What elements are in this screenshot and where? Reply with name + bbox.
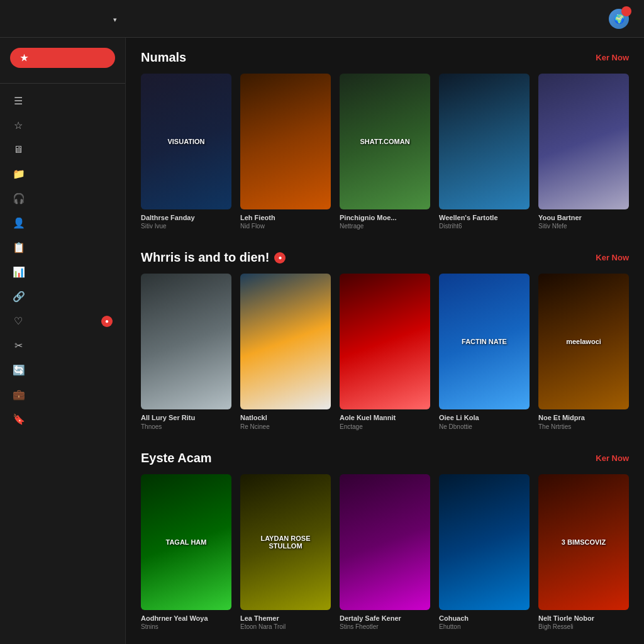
see-now-button[interactable]: Ker Now — [596, 253, 629, 262]
movie-card[interactable]: TAGAL HAM Aodhrner Yeal Woya Stnins — [141, 474, 231, 631]
movie-card[interactable]: Weellen's Fartotle Distriht6 — [439, 74, 530, 230]
movie-poster — [240, 274, 331, 409]
see-now-button[interactable]: Ker Now — [596, 453, 629, 463]
movie-subtitle: Stnins — [141, 623, 231, 631]
movie-subtitle: Nettrage — [340, 222, 430, 230]
movie-card[interactable]: VISUATION Dalthrse Fanday Sitiv Ivue — [141, 74, 231, 230]
movie-card[interactable]: Leh Fieoth Nid Flow — [240, 74, 331, 230]
sidebar-item-fretoler[interactable]: ☆ — [0, 113, 125, 138]
movie-title: Noe Et Midpra — [538, 413, 629, 422]
poster-text: meelawoci — [543, 338, 625, 345]
sidebar-divider — [0, 83, 125, 84]
movie-subtitle: Re Ncinee — [240, 423, 331, 431]
sidebar-item-beolls[interactable]: 📊 — [0, 260, 125, 284]
sidebar-item-doms[interactable]: 📁 — [0, 162, 125, 186]
star-icon: ★ — [20, 53, 28, 63]
uoalitions-badge: ● — [101, 316, 113, 327]
nav-links — [53, 13, 584, 24]
user-icon: 👤 — [13, 217, 24, 229]
movie-title: Yoou Bartner — [538, 213, 629, 222]
movie-title: Aodhrner Yeal Woya — [141, 614, 231, 623]
sidebar-item-crewel[interactable]: 👤 — [0, 211, 125, 235]
movie-poster: VISUATION — [141, 74, 231, 209]
folder-icon: 📁 — [13, 168, 24, 180]
movie-title: Aole Kuel Mannit — [340, 413, 430, 422]
avatar-badge — [621, 6, 631, 16]
sidebar-main-button[interactable]: ★ — [10, 48, 115, 68]
section-title: Numals — [141, 50, 186, 65]
movie-title: Dertaly Safe Kener — [340, 614, 430, 623]
content: Numals Ker Now VISUATION Dalthrse Fanday… — [126, 38, 644, 644]
movie-subtitle: Ne Dbnottie — [439, 423, 530, 431]
menu-icon: ☰ — [13, 95, 24, 107]
see-now-button[interactable]: Ker Now — [596, 53, 629, 62]
headphone-icon: 🎧 — [13, 192, 24, 204]
movie-poster: TAGAL HAM — [141, 474, 231, 610]
sidebar-item-sesentials[interactable]: 📋 — [0, 235, 125, 260]
movie-card[interactable]: meelawoci Noe Et Midpra The Nrtrties — [538, 274, 629, 430]
briefcase-icon: 💼 — [13, 389, 24, 401]
movie-poster — [340, 274, 430, 409]
movie-card[interactable]: Yoou Bartner Sitiv Nfefe — [538, 74, 629, 230]
movie-title: Natlockl — [240, 413, 331, 422]
movie-poster: SHATT.COMAN — [340, 74, 430, 209]
section-eyste-acam: Eyste Acam Ker Now TAGAL HAM Aodhrner Ye… — [141, 451, 629, 631]
sidebar-item-uoalitions[interactable]: ♡ ● — [0, 309, 125, 333]
sidebar-item-spars[interactable]: 💼 — [0, 382, 125, 407]
poster-text: 3 BIMSCOVIZ — [543, 538, 625, 546]
movie-subtitle: The Nrtrties — [538, 423, 629, 431]
movie-card[interactable]: Cohuach Ehutton — [439, 474, 530, 631]
poster-text: FACTIN NATE — [443, 338, 525, 345]
movie-title: Dalthrse Fanday — [141, 213, 231, 222]
movie-card[interactable]: SHATT.COMAN Pinchignio Moe... Nettrage — [340, 74, 430, 230]
star-outline-icon: ☆ — [13, 119, 24, 131]
movie-subtitle: Sitiv Ivue — [141, 222, 231, 230]
movie-title: Weellen's Fartotle — [439, 213, 530, 222]
movie-grid: TAGAL HAM Aodhrner Yeal Woya Stnins LAYD… — [141, 474, 629, 631]
movie-poster: FACTIN NATE — [439, 274, 530, 409]
movie-card[interactable]: All Lury Ser Ritu Thnoes — [141, 274, 231, 430]
movie-poster — [439, 74, 530, 209]
section-header: Eyste Acam Ker Now — [141, 451, 629, 465]
sidebar-item-ascority[interactable]: ☰ — [0, 89, 125, 113]
nav-pimtaases[interactable] — [113, 13, 117, 24]
movie-card[interactable]: 3 BIMSCOVIZ Nelt Tiorle Nobor Bigh Resse… — [538, 474, 629, 631]
sidebar-item-hore[interactable]: 🔖 — [0, 407, 125, 431]
movie-title: Lea Themer — [240, 614, 331, 623]
movie-card[interactable]: Natlockl Re Ncinee — [240, 274, 331, 430]
movie-subtitle: Bigh Resseli — [538, 623, 629, 631]
header: 🌍 — [0, 0, 644, 38]
movie-title: Nelt Tiorle Nobor — [538, 614, 629, 623]
section-title: Eyste Acam — [141, 451, 212, 465]
movie-title: Cohuach — [439, 614, 530, 623]
poster-text: LAYDAN ROSE STULLOM — [245, 535, 326, 550]
scissors-icon: ✂ — [13, 340, 24, 352]
section-header: Whrris is and to dien!● Ker Now — [141, 250, 629, 265]
poster-text: SHATT.COMAN — [344, 138, 426, 145]
section-numals: Numals Ker Now VISUATION Dalthrse Fanday… — [141, 50, 629, 230]
sidebar-item-sotions[interactable]: 🖥 — [0, 138, 125, 162]
movie-subtitle: Distriht6 — [439, 222, 530, 230]
sidebar-item-burlis[interactable]: ✂ — [0, 333, 125, 358]
movie-poster — [240, 74, 331, 209]
section-title: Whrris is and to dien!● — [141, 250, 286, 265]
main-layout: ★ ☰ ☆ 🖥 📁 🎧 👤 📋 — [0, 38, 644, 644]
movie-card[interactable]: Aole Kuel Mannit Enctage — [340, 274, 430, 430]
header-icons: 🌍 — [584, 9, 629, 29]
poster-text: VISUATION — [145, 138, 227, 145]
sidebar-item-nouus[interactable]: 🔗 — [0, 284, 125, 309]
movie-card[interactable]: LAYDAN ROSE STULLOM Lea Themer Etoon Nar… — [240, 474, 331, 631]
sidebar-item-poolls[interactable]: 🔄 — [0, 358, 125, 382]
movie-card[interactable]: FACTIN NATE Oiee Li Kola Ne Dbnottie — [439, 274, 530, 430]
refresh-icon: 🔄 — [13, 364, 24, 376]
movie-poster: LAYDAN ROSE STULLOM — [240, 474, 331, 610]
movie-subtitle: Thnoes — [141, 423, 231, 431]
sidebar-item-hont[interactable]: 🎧 — [0, 186, 125, 211]
heart-icon: ♡ — [13, 315, 24, 327]
poster-text: TAGAL HAM — [145, 538, 227, 546]
movie-card[interactable]: Dertaly Safe Kener Stins Fheotler — [340, 474, 430, 631]
movie-title: Leh Fieoth — [240, 213, 331, 222]
movie-poster — [538, 74, 629, 209]
movie-grid: All Lury Ser Ritu Thnoes Natlockl Re Nci… — [141, 274, 629, 430]
avatar[interactable]: 🌍 — [609, 9, 629, 29]
